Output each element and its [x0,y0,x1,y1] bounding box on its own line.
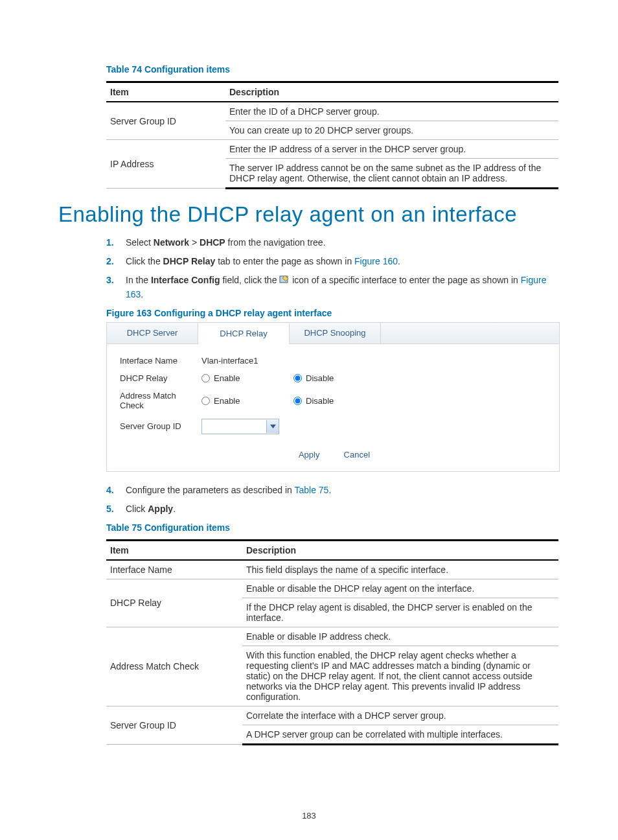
label-addr-match: Address Match Check [120,391,201,411]
radio-relay-disable-input[interactable] [293,374,302,382]
edit-icon [279,274,290,288]
table74-head-item: Item [106,82,225,102]
radio-addr-enable-input[interactable] [201,397,210,405]
t75-r4-item: Server Group ID [106,706,242,744]
table75-head-item: Item [106,540,242,560]
step3-text-d: icon of a specific interface to enter th… [292,275,521,285]
radio-addr-disable[interactable]: Disable [293,396,380,406]
step1-text-c: > [189,237,200,248]
row-server-group: Server Group ID [120,415,546,438]
row-interface-name: Interface Name Vlan-interface1 [120,352,546,369]
apply-button[interactable]: Apply [286,447,332,462]
table75-link[interactable]: Table 75 [294,485,328,495]
step-4: 4. Configure the parameters as described… [106,484,560,497]
tab-dhcp-server[interactable]: DHCP Server [107,323,198,344]
step4-text-b: . [328,485,331,495]
step5-apply: Apply [148,504,173,514]
table74-caption: Table 74 Configuration items [106,64,560,75]
step-num-4: 4. [106,484,114,497]
t75-r1-d1: This field displays the name of a specif… [242,560,558,579]
label-server-group: Server Group ID [120,421,201,431]
t75-r2-d2: If the DHCP relay agent is disabled, the… [242,598,558,627]
radio-relay-enable-label: Enable [214,373,240,383]
section-heading: Enabling the DHCP relay agent on an inte… [58,202,560,227]
table75: Item Description Interface Name This fie… [106,539,558,745]
step5-text-c: . [173,504,176,514]
page-number: 183 [0,811,618,821]
step3-interface-config: Interface Config [151,275,220,285]
cancel-button[interactable]: Cancel [334,447,380,462]
table74-item-0: Server Group ID [106,102,225,140]
table74-desc-0b: You can create up to 20 DHCP server grou… [225,121,558,140]
table75-head-desc: Description [242,540,558,560]
step-num-3: 3. [106,274,114,287]
config-panel: DHCP Server DHCP Relay DHCP Snooping Int… [106,322,560,472]
steps-list-2: 4. Configure the parameters as described… [106,484,560,516]
figure160-link[interactable]: Figure 160 [354,256,398,266]
step-num-1: 1. [106,236,114,250]
step2-text-c: tab to enter the page as shown in [215,256,354,266]
table74-desc-1b: The server IP address cannot be on the s… [225,159,558,189]
step1-text-e: from the navigation tree. [225,237,326,248]
table74: Item Description Server Group ID Enter t… [106,81,558,189]
step1-network: Network [154,237,189,248]
radio-relay-disable[interactable]: Disable [293,373,380,383]
figure163-caption: Figure 163 Configuring a DHCP relay agen… [106,308,560,318]
chevron-down-icon [266,420,279,433]
step-num-2: 2. [106,255,114,268]
radio-relay-disable-label: Disable [306,373,334,383]
label-dhcp-relay: DHCP Relay [120,373,201,383]
row-addr-match: Address Match Check Enable Disable [120,387,546,415]
t75-r2-d1: Enable or disable the DHCP relay agent o… [242,579,558,598]
tab-dhcp-snooping[interactable]: DHCP Snooping [290,323,381,344]
step3-text-c: field, click the [220,275,280,285]
table74-item-1: IP Address [106,140,225,189]
button-row: Apply Cancel [120,447,546,462]
t75-r4-d1: Correlate the interface with a DHCP serv… [242,706,558,725]
step5-text-a: Click [126,504,148,514]
radio-relay-enable[interactable]: Enable [201,373,288,383]
step4-text-a: Configure the parameters as described in [126,485,294,495]
step-num-5: 5. [106,502,114,516]
step2-text-a: Click the [126,256,163,266]
radio-addr-disable-label: Disable [306,396,334,406]
table74-desc-0a: Enter the ID of a DHCP server group. [225,102,558,121]
table74-head-desc: Description [225,82,558,102]
step-1: 1. Select Network > DHCP from the naviga… [106,236,560,250]
t75-r4-d2: A DHCP server group can be correlated wi… [242,725,558,744]
radio-addr-disable-input[interactable] [293,397,302,405]
step1-dhcp: DHCP [200,237,225,248]
t75-r3-item: Address Match Check [106,627,242,706]
tab-dhcp-relay[interactable]: DHCP Relay [198,323,290,344]
step2-text-d: . [398,256,400,266]
label-interface-name: Interface Name [120,356,201,366]
radio-addr-enable[interactable]: Enable [201,396,288,406]
step1-text-a: Select [126,237,154,248]
radio-relay-enable-input[interactable] [201,374,210,382]
table75-caption: Table 75 Configuration items [106,522,560,533]
t75-r2-item: DHCP Relay [106,579,242,627]
step3-text-e: . [141,289,143,299]
step3-text-a: In the [126,275,151,285]
table74-desc-1a: Enter the IP address of a server in the … [225,140,558,159]
step2-dhcp-relay: DHCP Relay [163,256,216,266]
radio-addr-enable-label: Enable [214,396,240,406]
step-2: 2. Click the DHCP Relay tab to enter the… [106,255,560,268]
row-dhcp-relay: DHCP Relay Enable Disable [120,369,546,387]
t75-r3-d1: Enable or disable IP address check. [242,627,558,646]
step-5: 5. Click Apply. [106,502,560,516]
steps-list-1: 1. Select Network > DHCP from the naviga… [106,236,560,301]
t75-r1-item: Interface Name [106,560,242,579]
server-group-dropdown[interactable] [201,419,279,434]
value-interface-name: Vlan-interface1 [201,356,258,366]
step-3: 3. In the Interface Config field, click … [106,274,560,301]
panel-body: Interface Name Vlan-interface1 DHCP Rela… [107,344,559,471]
t75-r3-d2: With this function enabled, the DHCP rel… [242,646,558,706]
tabs: DHCP Server DHCP Relay DHCP Snooping [107,323,559,344]
